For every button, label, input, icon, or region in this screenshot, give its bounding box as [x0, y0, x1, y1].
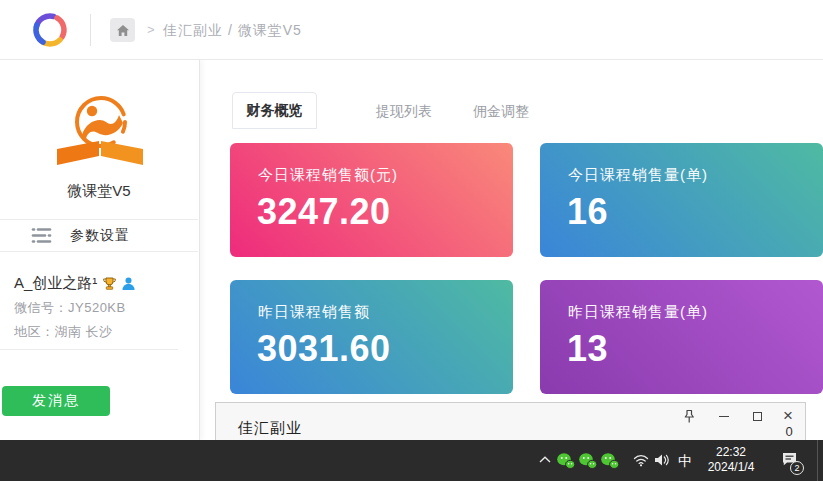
- sidebar-divider: [0, 349, 178, 350]
- stat-card-label: 今日课程销售额(元): [258, 166, 398, 185]
- pin-button[interactable]: [680, 407, 698, 425]
- member-person-icon: [122, 277, 135, 291]
- maximize-button[interactable]: [748, 407, 766, 425]
- clock-date: 2024/1/4: [700, 460, 762, 475]
- stat-card-label: 今日课程销售量(单): [568, 166, 708, 185]
- clock-time: 22:32: [700, 445, 762, 460]
- maximize-icon: [753, 412, 762, 421]
- wechat-tray-icon[interactable]: [601, 453, 619, 469]
- stat-card-label: 昨日课程销售量(单): [568, 303, 708, 322]
- stat-card-value: 13: [567, 328, 608, 370]
- stat-card-value: 16: [567, 191, 608, 233]
- tab-finance-overview[interactable]: 财务概览: [232, 92, 317, 129]
- sidebar-item-settings[interactable]: 参数设置: [0, 219, 198, 252]
- home-icon: [116, 24, 130, 37]
- show-desktop-separator[interactable]: [817, 440, 818, 481]
- top-header: > 佳汇副业 / 微课堂V5: [0, 0, 823, 60]
- window-title: 佳汇副业: [238, 419, 302, 438]
- app-swirl-logo-icon[interactable]: [28, 8, 72, 52]
- windows-taskbar: 中 22:32 2024/1/4 2: [0, 440, 823, 481]
- trophy-icon: [102, 276, 117, 291]
- user-region: 地区：湖南 长沙: [14, 323, 194, 341]
- user-info: A_创业之路¹ 微信号：JY520KB 地区：湖南 长沙: [14, 274, 194, 341]
- home-button[interactable]: [110, 18, 135, 42]
- wifi-icon[interactable]: [633, 454, 649, 467]
- send-message-button[interactable]: 发消息: [2, 386, 110, 416]
- sidebar-item-label: 参数设置: [70, 227, 130, 245]
- desktop-app-window[interactable]: 佳汇副业 × 0: [215, 402, 806, 441]
- window-counter: 0: [781, 424, 797, 439]
- stat-card-today-volume: 今日课程销售量(单) 16: [540, 143, 823, 257]
- minimize-button[interactable]: [715, 407, 733, 425]
- wechat-tray-icon[interactable]: [579, 453, 597, 469]
- breadcrumb[interactable]: 佳汇副业 / 微课堂V5: [163, 22, 302, 40]
- ime-indicator[interactable]: 中: [678, 453, 692, 471]
- stat-card-yesterday-volume: 昨日课程销售量(单) 13: [540, 280, 823, 394]
- user-wechat-id: 微信号：JY520KB: [14, 299, 194, 317]
- close-button[interactable]: ×: [779, 407, 797, 425]
- tray-chevron-up-icon[interactable]: [539, 456, 551, 463]
- tab-withdrawal-list[interactable]: 提现列表: [376, 103, 432, 121]
- tab-commission-adjust[interactable]: 佣金调整: [473, 103, 529, 121]
- speaker-icon[interactable]: [654, 453, 670, 467]
- stat-card-label: 昨日课程销售额: [258, 303, 370, 322]
- notification-count-badge: 2: [790, 461, 804, 475]
- stat-card-value: 3031.60: [257, 328, 391, 370]
- sidebar: 微课堂V5 参数设置 A_创业之路¹ 微信号：: [0, 60, 200, 440]
- user-name: A_创业之路¹: [14, 274, 97, 293]
- wechat-tray-icon[interactable]: [557, 453, 575, 469]
- minimize-icon: [719, 416, 729, 417]
- settings-list-icon: [31, 227, 52, 244]
- header-divider: [90, 14, 91, 46]
- stat-card-value: 3247.20: [257, 191, 391, 233]
- school-logo-icon: [56, 92, 144, 168]
- breadcrumb-chevron-icon: >: [147, 22, 155, 37]
- stat-card-today-sales: 今日课程销售额(元) 3247.20: [230, 143, 513, 257]
- clock[interactable]: 22:32 2024/1/4: [700, 445, 762, 475]
- app-name: 微课堂V5: [0, 182, 198, 201]
- stat-card-yesterday-sales: 昨日课程销售额 3031.60: [230, 280, 513, 394]
- pushpin-icon: [682, 409, 696, 424]
